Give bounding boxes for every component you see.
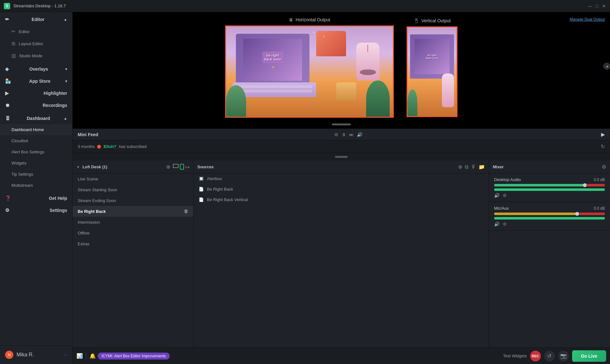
scene-monitor: be rightback soon 🌙: [236, 34, 309, 86]
mixer-channel-desktop: Desktop Audio 0.0 dB: [489, 173, 610, 202]
test-widgets-label: Test Widgets: [503, 354, 527, 358]
sidebar-item-cloudbot[interactable]: Cloudbot: [0, 135, 72, 146]
preview-area: 🖥 Horizontal Output be rightback soon 🌙: [73, 12, 610, 120]
replay-buffer-button[interactable]: ↺: [544, 351, 555, 361]
user-profile[interactable]: M Mika R. →: [0, 348, 72, 361]
source-item-be-right-back[interactable]: 📄 Be Right Back: [194, 184, 489, 194]
scene-brb-delete[interactable]: 🗑: [184, 209, 188, 214]
sources-copy-icon[interactable]: ⧉: [465, 164, 468, 170]
sidebar-item-multistream[interactable]: Multistream: [0, 180, 72, 191]
scene-transition-icon[interactable]: ↦: [185, 164, 189, 170]
scene-intermission-label: Intermission: [78, 220, 100, 225]
sidebar-item-get-help[interactable]: ❓ Get Help: [0, 192, 72, 204]
sidebar-item-dashboard-home[interactable]: Dashboard Home: [0, 124, 72, 135]
sidebar-item-highlighter[interactable]: ▶ Highlighter: [0, 87, 72, 99]
sources-folder-icon[interactable]: 📁: [479, 164, 485, 170]
mini-feed-bar: Mini Feed ⚙ ⏸ ⏭ 🔊 ▶: [73, 129, 610, 140]
mixer-desktop-settings[interactable]: ⚙: [503, 193, 507, 198]
scene-item-stream-starting[interactable]: Stream Starting Soon 🗑: [73, 184, 193, 195]
feed-time: 3 months: [78, 144, 95, 149]
mixer-mic-fader-top[interactable]: [494, 213, 605, 215]
scene-display-icons: ↦: [173, 164, 189, 170]
sidebar-header-overlays[interactable]: ◈ Overlays ▾: [0, 63, 72, 75]
scene-item-offline[interactable]: Offline 🗑: [73, 228, 193, 238]
scene-live-label: Live Scene: [78, 177, 98, 181]
feed-scrollbar[interactable]: [335, 156, 348, 158]
sidebar-item-settings[interactable]: ⚙ Settings: [0, 204, 72, 216]
mixer-desktop-db: 0.0 dB: [594, 178, 605, 182]
settings-icon: ⚙: [5, 207, 9, 213]
mixer-mic-red: [579, 213, 605, 215]
scene-item-extras[interactable]: Extras 🗑: [73, 238, 193, 249]
mixer-desktop-fader-bottom[interactable]: [494, 188, 605, 191]
feed-volume-icon[interactable]: 🔊: [357, 132, 362, 137]
username-label: Mika R.: [17, 352, 34, 358]
sidebar-header-dashboard[interactable]: 🎛 Dashboard ▲: [0, 112, 72, 124]
sidebar-header-editor[interactable]: ✏ Editor ▲: [0, 13, 72, 25]
go-live-button[interactable]: Go Live: [572, 350, 606, 362]
scenes-panel-header: ▼ Lofi Desk (1) ⊕ ↦: [73, 161, 193, 173]
mixer-desktop-mute[interactable]: 🔊: [494, 193, 500, 198]
mixer-mic-handle[interactable]: [575, 212, 579, 216]
scenes-add-button[interactable]: ⊕: [166, 164, 170, 170]
sidebar-item-studio-mode[interactable]: ▥ Studio Mode: [0, 50, 72, 62]
icymi-badge[interactable]: ICYMI: Alert Box Editor Improvements: [98, 353, 170, 360]
recordings-icon: ⏺: [5, 102, 10, 108]
rec-button[interactable]: REC: [530, 351, 541, 361]
source-item-be-right-back-vertical[interactable]: 📄 Be Right Back Vertical: [194, 194, 489, 205]
mixer-desktop-handle[interactable]: [583, 183, 587, 187]
vertical-canvas[interactable]: be rightback soon: [407, 26, 458, 117]
scene-item-be-right-back[interactable]: Be Right Back 🗑: [73, 206, 193, 217]
maximize-button[interactable]: □: [595, 4, 599, 8]
feed-pause-icon[interactable]: ⏸: [342, 132, 346, 137]
mixer-settings-icon[interactable]: ⚙: [602, 164, 606, 170]
sidebar-header-appstore[interactable]: 🏪 App Store ▾: [0, 75, 72, 87]
scene-item-intermission[interactable]: Intermission 🗑: [73, 217, 193, 228]
sources-add-button[interactable]: ⊕: [458, 164, 462, 170]
sidebar-item-alert-box-settings[interactable]: Alert Box Settings: [0, 146, 72, 158]
scene-item-live[interactable]: Live Scene 🗑: [73, 173, 193, 184]
scene-boba-cup: [356, 43, 379, 80]
mixer-mic-fader-bottom[interactable]: [494, 217, 605, 220]
source-item-alertbox[interactable]: 🔲 Alertbox: [194, 173, 489, 184]
feed-filter-icon[interactable]: ⚙: [334, 132, 338, 137]
mixer-channel-mic: Mic/Aux 0.0 dB 🔊 ⚙: [489, 202, 610, 231]
minimize-button[interactable]: —: [588, 4, 592, 8]
sidebar-appstore-label: App Store: [29, 79, 51, 84]
horizontal-canvas[interactable]: be rightback soon 🌙: [225, 25, 394, 118]
scene-monitor-screen: be rightback soon 🌙: [243, 39, 302, 81]
sidebar-studio-mode-label: Studio Mode: [19, 53, 42, 58]
sidebar-item-layout-editor[interactable]: ⊞ Layout Editor: [0, 38, 72, 50]
feed-refresh-button[interactable]: ↻: [601, 144, 605, 150]
toolbar-stats-icon[interactable]: 📊: [76, 353, 83, 359]
scenes-panel: ▼ Lofi Desk (1) ⊕ ↦ Live Scene: [73, 161, 194, 347]
notification-bell-icon[interactable]: 🔔: [89, 353, 96, 359]
vertical-output-label: 📱 Vertical Output: [414, 18, 451, 23]
scenes-panel-title: Lofi Desk (1): [82, 164, 164, 169]
close-button[interactable]: ✕: [602, 4, 606, 8]
studio-mode-icon: ▥: [11, 53, 16, 59]
mixer-mic-settings[interactable]: ⚙: [503, 221, 507, 227]
feed-action: has subscribed: [119, 144, 146, 149]
sidebar-item-widgets[interactable]: Widgets: [0, 158, 72, 169]
scene-item-stream-ending[interactable]: Stream Ending Soon 🗑: [73, 195, 193, 206]
appstore-icon: 🏪: [5, 78, 11, 84]
screenshot-button[interactable]: 📷: [558, 351, 569, 361]
sidebar-item-tip-settings[interactable]: Tip Settings: [0, 169, 72, 180]
collapse-right-panel-button[interactable]: ▶: [601, 131, 605, 137]
mixer-desktop-controls: 🔊 ⚙: [494, 193, 605, 198]
manage-dual-output-link[interactable]: Manage Dual Output: [570, 17, 605, 22]
panels-row: ▼ Lofi Desk (1) ⊕ ↦ Live Scene: [73, 161, 610, 347]
sources-filter-icon[interactable]: 🎙: [471, 164, 476, 170]
sidebar-item-editor[interactable]: ✏ Editor: [0, 25, 72, 38]
mixer-desktop-header: Desktop Audio 0.0 dB: [494, 177, 605, 182]
sidebar-item-recordings[interactable]: ⏺ Recordings: [0, 99, 72, 111]
brb-source-icon: 📄: [199, 187, 204, 192]
sources-panel-header: Sources ⊕ ⧉ 🎙 📁: [194, 161, 489, 173]
mixer-mic-mute[interactable]: 🔊: [494, 221, 500, 227]
preview-scrollbar[interactable]: [332, 123, 351, 125]
feed-skip-icon[interactable]: ⏭: [349, 132, 354, 137]
mixer-desktop-fader-top[interactable]: [494, 184, 605, 186]
collapse-preview-button[interactable]: ◀: [603, 63, 610, 70]
sidebar-highlighter-label: Highlighter: [44, 91, 67, 96]
